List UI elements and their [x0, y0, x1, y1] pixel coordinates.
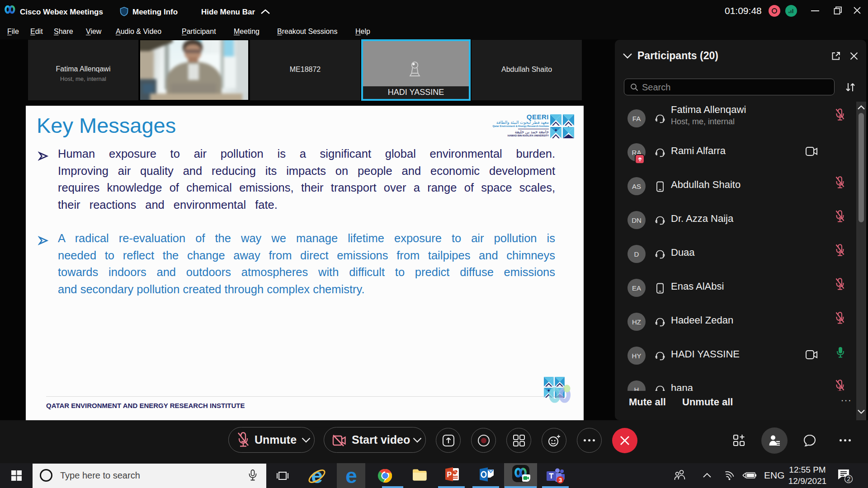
svg-text:3: 3: [559, 477, 562, 483]
svg-text:2: 2: [847, 475, 851, 483]
svg-text:P: P: [447, 471, 452, 479]
